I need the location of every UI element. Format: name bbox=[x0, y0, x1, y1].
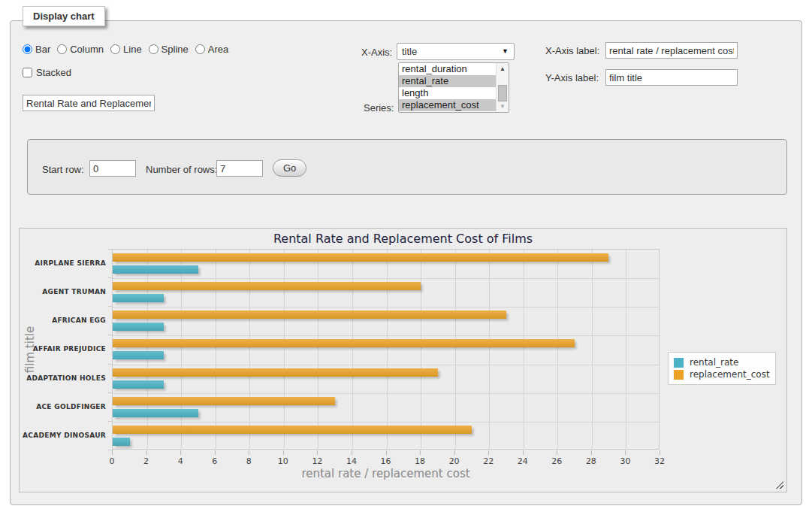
x-axis-selected-value: title bbox=[402, 46, 417, 57]
radio-option-spline[interactable]: Spline bbox=[149, 44, 189, 55]
listbox-scrollbar[interactable]: ▲ ▼ bbox=[496, 63, 509, 112]
x-axis-tick-label: 28 bbox=[580, 456, 602, 466]
x-axis-tick bbox=[249, 450, 249, 455]
x-axis-label-field-label: X-Axis label: bbox=[545, 45, 599, 56]
x-axis-tick-label: 12 bbox=[306, 456, 328, 466]
line-radio[interactable] bbox=[110, 44, 120, 54]
x-axis-tick-label: 16 bbox=[375, 456, 397, 466]
plot-area bbox=[112, 249, 660, 450]
gridline-vertical bbox=[181, 250, 182, 449]
x-axis-tick-label: 32 bbox=[648, 456, 671, 466]
y-axis-label-input[interactable] bbox=[605, 69, 738, 86]
spline-radio-label[interactable]: Spline bbox=[161, 44, 189, 55]
x-axis-label-input[interactable] bbox=[605, 42, 738, 59]
x-axis-tick bbox=[625, 450, 626, 455]
gridline-vertical bbox=[284, 250, 285, 449]
legend-swatch-rental_rate bbox=[674, 358, 684, 368]
y-axis-tick bbox=[108, 249, 113, 250]
y-axis-tick bbox=[108, 421, 113, 422]
series-option-replacement-cost[interactable]: replacement_cost bbox=[399, 99, 496, 111]
bar-rental_rate bbox=[113, 265, 198, 274]
bar-replacement_cost bbox=[113, 339, 575, 347]
category-label: AFFAIR PREJUDICE bbox=[20, 335, 106, 363]
y-axis-label-field-label: Y-Axis label: bbox=[545, 72, 599, 83]
series-listbox[interactable]: rental_duration rental_rate length repla… bbox=[398, 62, 509, 113]
category-labels: AIRPLANE SIERRAAGENT TRUMANAFRICAN EGGAF… bbox=[20, 249, 106, 450]
x-axis-tick-label: 18 bbox=[409, 456, 431, 466]
x-axis-tick bbox=[557, 450, 557, 455]
category-label: ADAPTATION HOLES bbox=[20, 364, 106, 392]
x-axis-tick-label: 24 bbox=[512, 456, 534, 466]
gridline-vertical bbox=[318, 250, 318, 449]
bar-rental_rate bbox=[113, 323, 164, 331]
chart-legend: rental_ratereplacement_cost bbox=[668, 352, 776, 385]
line-radio-label[interactable]: Line bbox=[123, 44, 142, 55]
gridline-vertical bbox=[387, 250, 388, 449]
y-axis-tick bbox=[108, 277, 113, 278]
area-radio-label[interactable]: Area bbox=[208, 44, 228, 55]
bar-radio[interactable] bbox=[23, 44, 32, 54]
stacked-checkbox[interactable] bbox=[23, 68, 32, 77]
chart-type-radio-group: Bar Column Line Spline Area bbox=[23, 44, 235, 55]
x-axis-tick-label: 22 bbox=[477, 456, 500, 466]
go-button[interactable]: Go bbox=[273, 159, 306, 177]
spline-radio[interactable] bbox=[149, 44, 158, 54]
scroll-down-icon[interactable]: ▼ bbox=[497, 101, 509, 112]
x-axis-tick bbox=[146, 450, 147, 455]
start-row-label: Start row: bbox=[42, 164, 84, 175]
column-radio-label[interactable]: Column bbox=[70, 44, 104, 55]
radio-option-area[interactable]: Area bbox=[195, 44, 228, 55]
stacked-checkbox-row[interactable]: Stacked bbox=[23, 67, 71, 78]
row-range-panel: Start row: Number of rows: Go bbox=[27, 139, 787, 195]
chevron-down-icon: ▼ bbox=[502, 48, 509, 55]
number-of-rows-input[interactable] bbox=[216, 160, 263, 177]
series-option-rental-duration[interactable]: rental_duration bbox=[399, 63, 496, 75]
y-axis-tick bbox=[108, 364, 113, 365]
radio-option-bar[interactable]: Bar bbox=[23, 44, 50, 55]
x-axis-tick bbox=[660, 450, 660, 455]
bar-rental_rate bbox=[113, 409, 198, 417]
x-axis-tick-label: 30 bbox=[614, 456, 636, 466]
stacked-label[interactable]: Stacked bbox=[36, 67, 71, 78]
radio-option-line[interactable]: Line bbox=[110, 44, 142, 55]
x-axis-title: rental rate / replacement cost bbox=[112, 467, 660, 480]
series-option-length[interactable]: length bbox=[399, 87, 496, 99]
x-axis-tick bbox=[352, 450, 352, 455]
gridline-vertical bbox=[455, 250, 456, 449]
scroll-up-icon[interactable]: ▲ bbox=[497, 63, 509, 74]
x-axis-tick-label: 20 bbox=[443, 456, 466, 466]
x-axis-select[interactable]: title ▼ bbox=[397, 43, 515, 60]
x-axis-tick bbox=[420, 450, 421, 455]
series-option-rental-rate[interactable]: rental_rate bbox=[399, 75, 496, 87]
bar-radio-label[interactable]: Bar bbox=[35, 44, 50, 55]
gridline-vertical bbox=[216, 250, 216, 449]
y-axis-tick bbox=[108, 306, 113, 307]
bar-replacement_cost bbox=[113, 311, 506, 319]
x-axis-tick bbox=[454, 450, 455, 455]
column-radio[interactable] bbox=[57, 44, 67, 54]
bar-replacement_cost bbox=[113, 282, 421, 290]
area-radio[interactable] bbox=[195, 44, 205, 54]
radio-option-column[interactable]: Column bbox=[57, 44, 104, 55]
gridline-horizontal bbox=[113, 335, 659, 336]
resize-handle-icon[interactable] bbox=[776, 481, 783, 489]
category-label: AIRPLANE SIERRA bbox=[20, 249, 106, 277]
gridline-vertical bbox=[557, 250, 558, 449]
scrollbar-thumb[interactable] bbox=[498, 85, 507, 101]
legend-entry: rental_rate bbox=[674, 357, 770, 368]
start-row-input[interactable] bbox=[89, 160, 136, 177]
x-axis-tick-label: 2 bbox=[135, 456, 158, 466]
bar-rental_rate bbox=[113, 351, 164, 359]
legend-swatch-replacement_cost bbox=[674, 370, 684, 380]
gridline-vertical bbox=[626, 250, 626, 449]
chart-title-input[interactable] bbox=[23, 95, 155, 111]
x-axis-tick-label: 0 bbox=[101, 456, 123, 466]
bar-rental_rate bbox=[113, 380, 164, 389]
category-label: ACADEMY DINOSAUR bbox=[20, 421, 106, 450]
bar-replacement_cost bbox=[113, 397, 335, 405]
bar-rental_rate bbox=[113, 438, 130, 446]
fieldset-legend: Display chart bbox=[23, 6, 105, 26]
bar-replacement_cost bbox=[113, 368, 438, 377]
page: Display chart Bar Column Line Spline Are… bbox=[0, 0, 812, 512]
x-axis-tick-label: 4 bbox=[169, 456, 192, 466]
